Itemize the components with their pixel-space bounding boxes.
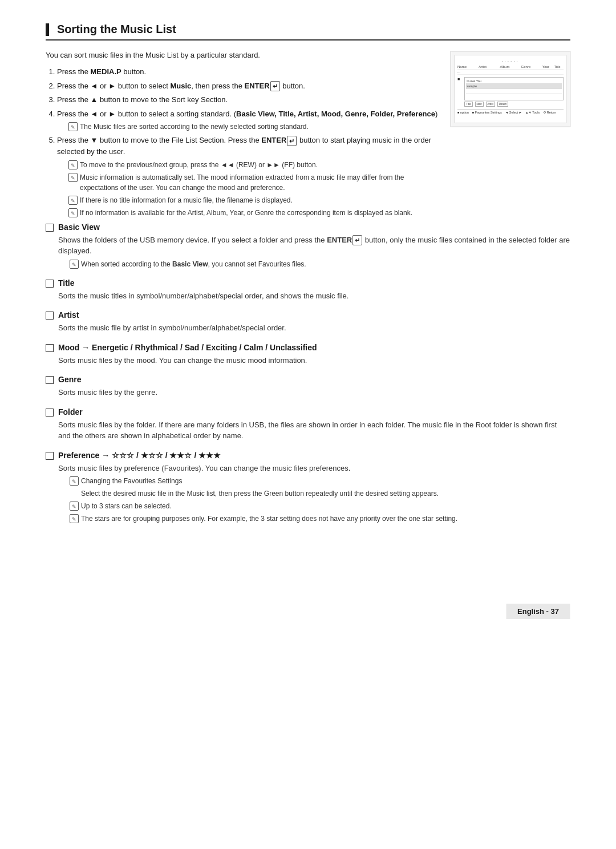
page-container: Sorting the Music List You can sort musi… <box>46 23 570 619</box>
subsection-mood-body: Sorts music files by the mood. You can c… <box>58 355 570 366</box>
checkbox-genre <box>46 376 54 384</box>
footer-wrapper: English - 37 <box>46 569 570 619</box>
intro-paragraph: You can sort music files in the Music Li… <box>46 51 439 59</box>
bold-enter-2: ENTER↵ <box>245 82 281 90</box>
note-icon-1: ✎ <box>68 122 78 131</box>
note-text-5: If no information is available for the A… <box>80 208 412 218</box>
screen-header-row: Name Artist Album Genre Year Title <box>457 64 564 70</box>
checkbox-preference <box>46 452 54 460</box>
bold-mediap: MEDIA.P <box>91 67 121 76</box>
step-2: Press the ◄ or ► button to select Music,… <box>57 80 439 92</box>
page-title: Sorting the Music List <box>57 23 176 36</box>
bold-enter-5: ENTER↵ <box>261 136 297 144</box>
subsection-artist-header: Artist <box>46 310 570 320</box>
note-pref-2: ✎ Up to 3 stars can be selected. <box>70 501 570 511</box>
subsection-folder-header: Folder <box>46 407 570 417</box>
checkbox-folder <box>46 409 54 417</box>
note-icon-5: ✎ <box>68 208 78 217</box>
bottom-select: ◄ Select ► <box>505 111 522 114</box>
subsection-basic-view-header: Basic View <box>46 223 570 232</box>
subsection-preference-header: Preference → ☆☆☆ / ★☆☆ / ★★☆ / ★★★ <box>46 451 570 460</box>
subsection-artist: Artist Sorts the music file by artist in… <box>46 310 570 334</box>
mock-screen-image: ...... Name Artist Album Genre Year Titl… <box>451 51 570 127</box>
subsection-preference: Preference → ☆☆☆ / ★☆☆ / ★★☆ / ★★★ Sorts… <box>46 451 570 524</box>
subsection-mood-header: Mood → Energetic / Rhythmical / Sad / Ex… <box>46 343 570 352</box>
subsection-preference-title: Preference → ☆☆☆ / ★☆☆ / ★★☆ / ★★★ <box>58 451 221 460</box>
note-text-1: The Music files are sorted according to … <box>80 122 309 132</box>
step-5: Press the ▼ button to move to the File L… <box>57 135 439 217</box>
note-text-pref-2: Up to 3 stars can be selected. <box>81 501 172 511</box>
subsection-genre-title: Genre <box>58 375 81 384</box>
note-icon-2: ✎ <box>68 160 78 169</box>
bottom-fav: ■ Favourites Settings <box>472 111 502 114</box>
subsection-preference-body: Sorts music files by preference (Favouri… <box>58 463 570 524</box>
content-area: You can sort music files in the Music Li… <box>46 51 570 223</box>
page-footer: English - 37 <box>506 604 570 619</box>
enter-icon-5: ↵ <box>287 136 297 147</box>
enter-icon-bv: ↵ <box>352 235 362 246</box>
checkbox-basic-view <box>46 224 54 232</box>
screen-content-box: I Love You sample Title Now Artist Retur… <box>464 77 564 107</box>
subsection-title: Title Sorts the music titles in symbol/n… <box>46 278 570 302</box>
subsection-folder: Folder Sorts music files by the folder. … <box>46 407 570 442</box>
note-basic-view: ✎ When sorted according to the Basic Vie… <box>70 259 570 269</box>
note-icon-pref-1: ✎ <box>70 476 79 486</box>
note-text-pref-3: The stars are for grouping purposes only… <box>81 514 457 524</box>
screen-inner: ...... Name Artist Album Genre Year Titl… <box>455 55 566 123</box>
checkbox-artist <box>46 312 54 320</box>
subsection-genre-body: Sorts music files by the genre. <box>58 387 570 398</box>
subsection-basic-view-title: Basic View <box>58 223 100 232</box>
screen-tags: Title Now Artist Return <box>464 102 564 107</box>
checkbox-mood <box>46 344 54 352</box>
bottom-return: ⟲ Return <box>543 111 556 114</box>
note-text-4: If there is no title information for a m… <box>80 195 293 205</box>
screen-row-1: ... <box>457 70 564 75</box>
screen-dots: ...... <box>457 58 564 63</box>
subsection-artist-body: Sorts the music file by artist in symbol… <box>58 322 570 334</box>
steps-list: Press the MEDIA.P button. Press the ◄ or… <box>57 66 439 218</box>
subsection-title-header: Title <box>46 278 570 288</box>
subsection-basic-view: Basic View Shows the folders of the USB … <box>46 223 570 269</box>
subsection-folder-title: Folder <box>58 407 83 417</box>
note-step5-4: ✎ If no information is available for the… <box>68 208 439 218</box>
note-pref-1: ✎ Changing the Favourites Settings <box>70 476 570 486</box>
note-step4: ✎ The Music files are sorted according t… <box>68 122 439 132</box>
subsection-mood: Mood → Energetic / Rhythmical / Sad / Ex… <box>46 343 570 366</box>
note-pref-indent: Select the desired music file in the Mus… <box>81 488 570 499</box>
checkbox-title <box>46 280 54 288</box>
subsection-genre-header: Genre <box>46 375 570 384</box>
title-bar-decoration <box>46 23 49 36</box>
subsection-title-label: Title <box>58 278 75 288</box>
note-pref-3: ✎ The stars are for grouping purposes on… <box>70 514 570 524</box>
text-column: You can sort music files in the Music Li… <box>46 51 439 223</box>
note-icon-bv: ✎ <box>70 260 79 269</box>
subsection-folder-body: Sorts music files by the folder. If ther… <box>58 419 570 442</box>
subsection-artist-title: Artist <box>58 310 79 320</box>
tv-screen-mock: ...... Name Artist Album Genre Year Titl… <box>451 51 570 127</box>
enter-bold-bv: ENTER↵ <box>327 236 363 244</box>
subsection-title-body: Sorts the music titles in symbol/number/… <box>58 290 570 302</box>
note-text-bv: When sorted according to the Basic View,… <box>81 259 306 269</box>
screen-middle: ■ I Love You sample Title Now <box>457 77 564 107</box>
step-1: Press the MEDIA.P button. <box>57 66 439 78</box>
note-icon-pref-2: ✎ <box>70 502 79 511</box>
screen-list-box: I Love You sample <box>464 77 564 100</box>
subsection-mood-title: Mood → Energetic / Rhythmical / Sad / Ex… <box>58 343 317 352</box>
subsection-genre: Genre Sorts music files by the genre. <box>46 375 570 398</box>
note-text-2: To move to the previous/next group, pres… <box>80 160 318 170</box>
note-icon-4: ✎ <box>68 196 78 205</box>
enter-icon-2: ↵ <box>270 81 280 92</box>
step-3: Press the ▲ button to move to the Sort k… <box>57 94 439 106</box>
note-step5-3: ✎ If there is no title information for a… <box>68 195 439 205</box>
note-icon-pref-3: ✎ <box>70 514 79 523</box>
bottom-tools: ▲▼ Tools <box>525 111 540 114</box>
note-text-3: Music information is automatically set. … <box>80 172 439 193</box>
screen-bottom-bar: ■ option ■ Favourites Settings ◄ Select … <box>457 109 564 114</box>
bold-music: Music <box>170 82 191 90</box>
section-title: Sorting the Music List <box>46 23 570 41</box>
note-step5-1: ✎ To move to the previous/next group, pr… <box>68 160 439 170</box>
step-4: Press the ◄ or ► button to select a sort… <box>57 108 439 132</box>
note-step5-2: ✎ Music information is automatically set… <box>68 172 439 193</box>
bold-sorting-standards: Basic View, Title, Artist, Mood, Genre, … <box>236 110 435 118</box>
note-icon-3: ✎ <box>68 173 78 182</box>
